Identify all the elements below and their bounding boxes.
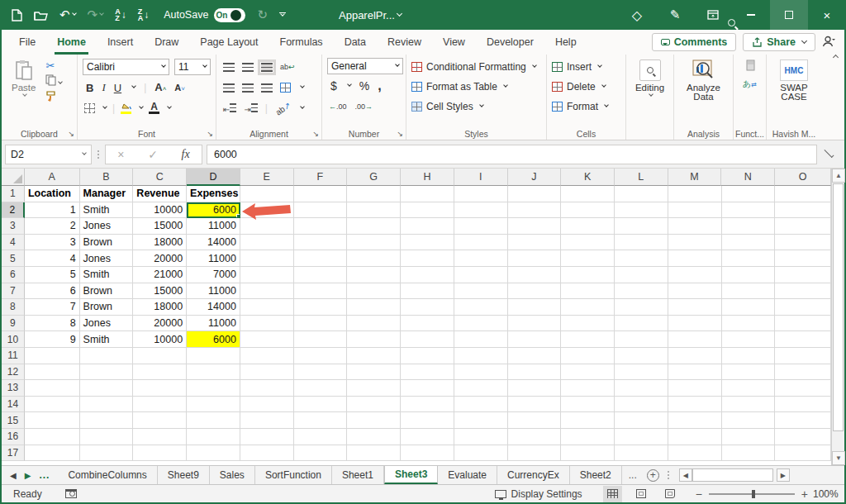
autosave-toggle[interactable]: On	[214, 8, 245, 22]
cell-H10[interactable]	[401, 331, 454, 348]
cell-H8[interactable]	[401, 299, 454, 316]
column-header-K[interactable]: K	[561, 169, 615, 186]
cell-I7[interactable]	[454, 283, 508, 300]
cell-L13[interactable]	[615, 380, 668, 397]
cell-M17[interactable]	[668, 445, 722, 462]
cell-B17[interactable]	[80, 445, 134, 462]
cell-L15[interactable]	[615, 412, 668, 429]
cell-J8[interactable]	[508, 299, 562, 316]
column-header-J[interactable]: J	[508, 169, 562, 186]
draw-pen-icon[interactable]: ✎	[656, 0, 694, 30]
cell-L11[interactable]	[615, 348, 668, 364]
cell-E16[interactable]	[240, 429, 294, 445]
column-header-F[interactable]: F	[294, 169, 348, 186]
cell-C5[interactable]: 20000	[133, 250, 187, 267]
cell-B5[interactable]: Jones	[80, 250, 134, 267]
cell-A8[interactable]: 7	[25, 299, 80, 316]
macro-record-icon[interactable]	[65, 489, 77, 498]
cell-C13[interactable]	[133, 380, 187, 397]
cell-B6[interactable]: Smith	[80, 267, 134, 283]
conditional-formatting-button[interactable]: Conditional Formatting	[411, 58, 536, 75]
cell-B12[interactable]	[80, 364, 134, 381]
cell-N15[interactable]	[722, 412, 776, 429]
cell-E4[interactable]	[240, 235, 294, 251]
cell-J14[interactable]	[508, 397, 562, 413]
zoom-level[interactable]: 100%	[813, 488, 844, 500]
cell-D10[interactable]: 6000	[187, 331, 240, 348]
insert-function-button[interactable]: fx	[182, 148, 190, 161]
cell-M10[interactable]	[668, 331, 722, 348]
cell-F16[interactable]	[294, 429, 348, 445]
cell-E7[interactable]	[240, 283, 294, 300]
cell-G15[interactable]	[347, 412, 401, 429]
cell-E10[interactable]	[240, 331, 294, 348]
row-header-5[interactable]: 5	[2, 250, 25, 267]
sheet-overflow-right-icon[interactable]: ...	[622, 466, 644, 484]
merge-center-icon[interactable]	[280, 83, 291, 93]
cell-J4[interactable]	[508, 235, 562, 251]
wrap-text-icon[interactable]: ab↩	[280, 63, 295, 71]
decrease-indent-icon[interactable]: ⇤	[223, 103, 236, 114]
align-left-icon[interactable]	[223, 83, 235, 93]
row-header-14[interactable]: 14	[2, 397, 25, 413]
increase-font-size-button[interactable]: A˄	[154, 82, 166, 93]
cell-L5[interactable]	[615, 250, 668, 267]
minimize-button[interactable]	[732, 0, 770, 30]
cell-L8[interactable]	[615, 299, 668, 316]
menu-tab-insert[interactable]: Insert	[97, 30, 144, 55]
cell-N5[interactable]	[722, 250, 776, 267]
cell-F5[interactable]	[294, 250, 348, 267]
cell-F3[interactable]	[294, 218, 348, 235]
cell-J15[interactable]	[508, 412, 562, 429]
cell-O10[interactable]	[775, 331, 831, 348]
customize-qat-icon[interactable]	[279, 12, 286, 17]
cell-M11[interactable]	[668, 348, 722, 364]
scroll-up-icon[interactable]: ▲	[832, 169, 845, 183]
cell-E14[interactable]	[240, 397, 294, 413]
cell-F11[interactable]	[294, 348, 348, 364]
cell-H17[interactable]	[401, 445, 454, 462]
cell-E11[interactable]	[240, 348, 294, 364]
underline-button[interactable]: U	[114, 82, 121, 94]
editing-group-collapsed[interactable]: Editing	[626, 55, 674, 140]
cell-D1[interactable]: Expenses	[187, 186, 240, 202]
expand-formula-bar-icon[interactable]	[824, 147, 834, 157]
cell-A10[interactable]: 9	[25, 331, 80, 348]
font-size-combo[interactable]: 11	[174, 59, 211, 75]
cell-D16[interactable]	[187, 429, 240, 445]
cell-J16[interactable]	[508, 429, 562, 445]
scroll-down-icon[interactable]: ▼	[832, 451, 845, 465]
cell-B14[interactable]	[80, 397, 134, 413]
page-break-view-button[interactable]	[663, 488, 677, 500]
sheet-tab-sales[interactable]: Sales	[210, 466, 255, 484]
vertical-scrollbar[interactable]: ▲ ▼	[831, 169, 844, 465]
align-center-icon[interactable]	[242, 83, 254, 93]
bold-button[interactable]: B	[86, 82, 93, 94]
translate-icon[interactable]: あ⇄	[743, 78, 757, 90]
align-bottom-icon[interactable]	[261, 63, 273, 72]
cell-J9[interactable]	[508, 316, 562, 332]
cell-A13[interactable]	[25, 380, 80, 397]
currency-format-button[interactable]: $	[330, 79, 337, 93]
zoom-handle[interactable]	[752, 490, 755, 498]
number-dialog-launcher-icon[interactable]: ↘	[397, 130, 403, 138]
cell-M13[interactable]	[668, 380, 722, 397]
cell-M3[interactable]	[668, 218, 722, 235]
cell-B10[interactable]: Smith	[80, 331, 134, 348]
cell-F15[interactable]	[294, 412, 348, 429]
cell-I6[interactable]	[454, 267, 508, 283]
notebook-icon[interactable]	[745, 59, 755, 74]
cell-F7[interactable]	[294, 283, 348, 300]
cell-I15[interactable]	[454, 412, 508, 429]
cell-C8[interactable]: 18000	[133, 299, 187, 316]
cell-A5[interactable]: 4	[25, 250, 80, 267]
cell-B13[interactable]	[80, 380, 134, 397]
zoom-in-icon[interactable]: +	[801, 487, 808, 501]
clipboard-dialog-launcher-icon[interactable]: ↘	[68, 130, 74, 138]
cell-N17[interactable]	[722, 445, 776, 462]
cell-M1[interactable]	[668, 186, 722, 202]
cell-B3[interactable]: Jones	[80, 218, 134, 235]
cell-D4[interactable]: 14000	[187, 235, 240, 251]
cell-L9[interactable]	[615, 316, 668, 332]
align-right-icon[interactable]	[261, 83, 273, 93]
